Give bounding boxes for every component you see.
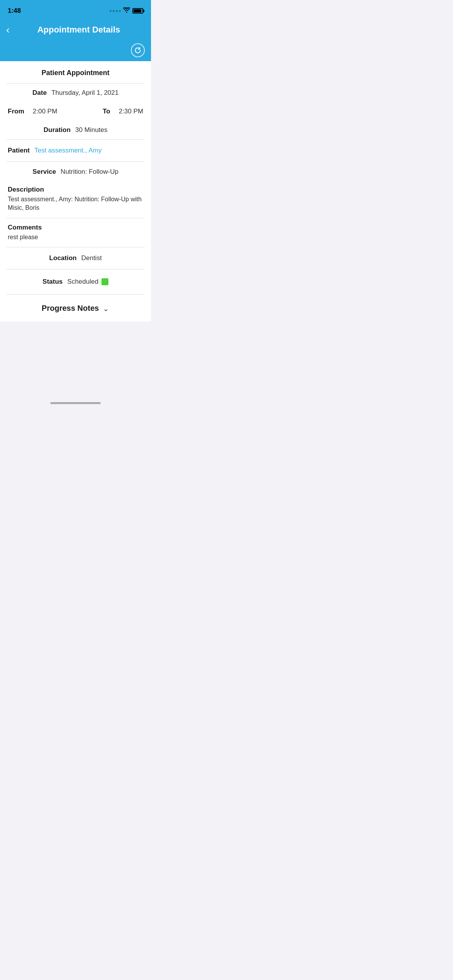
back-button[interactable]: ‹: [6, 23, 13, 36]
patient-row: Patient Test assessment., Amy: [0, 140, 151, 161]
location-row: Location Dentist: [0, 247, 151, 269]
comments-label: Comments: [8, 224, 139, 231]
sub-bar: [0, 42, 151, 61]
time-row: From 2:00 PM To 2:30 PM: [0, 102, 151, 121]
status-indicator: [101, 278, 108, 285]
battery-icon: [132, 8, 143, 14]
description-section: Description Test assessment., Amy: Nutri…: [0, 180, 151, 218]
progress-notes-label: Progress Notes: [42, 304, 99, 313]
signal-icon: [110, 10, 121, 12]
from-value: 2:00 PM: [33, 108, 57, 115]
from-section: From 2:00 PM: [8, 108, 57, 115]
to-section: To 2:30 PM: [103, 108, 143, 115]
service-label: Service: [33, 168, 56, 176]
to-label: To: [103, 108, 110, 115]
duration-row: Duration 30 Minutes: [0, 121, 151, 139]
nav-bar: ‹ Appointment Details: [0, 19, 151, 42]
bottom-spacer: [0, 322, 151, 399]
status-icons: [110, 7, 143, 14]
chevron-down-icon: ⌄: [103, 304, 109, 313]
location-value: Dentist: [81, 254, 102, 262]
home-bar: [50, 402, 101, 404]
status-value: Scheduled: [67, 278, 98, 286]
wifi-icon: [123, 7, 130, 14]
service-row: Service Nutrition: Follow-Up: [0, 162, 151, 180]
section-title: Patient Appointment: [0, 61, 151, 83]
date-row: Date Thursday, April 1, 2021: [0, 84, 151, 102]
status-time: 1:48: [8, 7, 21, 15]
comments-value: rest please: [8, 233, 143, 242]
location-label: Location: [49, 254, 77, 262]
duration-value: 30 Minutes: [75, 126, 107, 134]
refresh-button[interactable]: [131, 43, 145, 57]
home-indicator: [0, 399, 151, 412]
patient-label: Patient: [8, 147, 30, 154]
date-label: Date: [33, 89, 47, 97]
description-value: Test assessment., Amy: Nutrition: Follow…: [8, 195, 143, 212]
to-value: 2:30 PM: [119, 108, 143, 115]
service-value: Nutrition: Follow-Up: [61, 168, 118, 176]
page-title: Appointment Details: [13, 25, 145, 35]
duration-label: Duration: [43, 126, 70, 134]
appointment-card: Patient Appointment Date Thursday, April…: [0, 61, 151, 322]
patient-value[interactable]: Test assessment., Amy: [34, 147, 102, 154]
status-row: Status Scheduled: [0, 269, 151, 294]
from-label: From: [8, 108, 24, 115]
date-value: Thursday, April 1, 2021: [51, 89, 119, 97]
status-label: Status: [43, 278, 63, 286]
progress-notes-section[interactable]: Progress Notes ⌄: [0, 295, 151, 322]
status-bar: 1:48: [0, 0, 151, 19]
main-content: Patient Appointment Date Thursday, April…: [0, 61, 151, 412]
comments-section: Comments rest please: [0, 218, 151, 247]
description-label: Description: [8, 186, 139, 194]
